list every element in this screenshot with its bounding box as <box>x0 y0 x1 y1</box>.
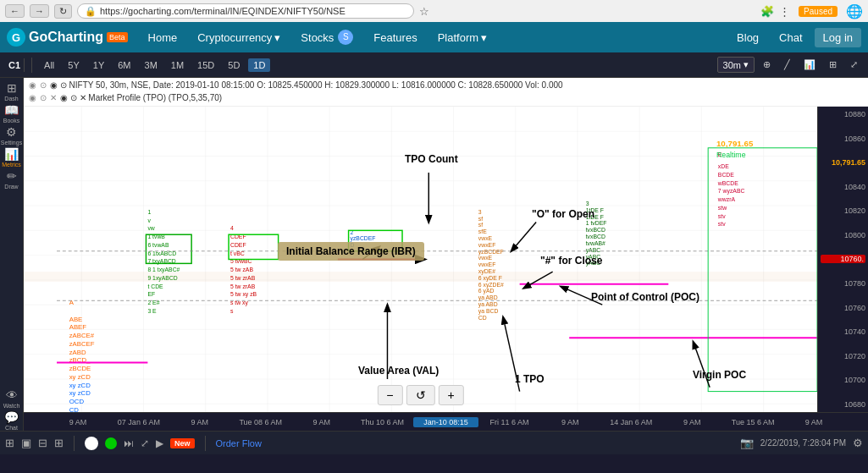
bookmark-icon[interactable]: ☆ <box>419 5 429 18</box>
svg-text:5 tw zAB: 5 tw zAB <box>230 267 253 272</box>
back-btn[interactable]: ← <box>5 4 25 18</box>
sidebar-item-chat[interactable]: 💬 Chat <box>2 410 22 431</box>
tf-5d[interactable]: 5D <box>223 58 245 72</box>
expand-btn[interactable]: ⤢ <box>141 437 149 449</box>
grid-icon-2[interactable]: ▣ <box>21 437 31 449</box>
time-9am-5: 9 AM <box>661 418 722 426</box>
time-9am-2: 9 AM <box>169 418 230 426</box>
indicator-btn[interactable]: ⊕ <box>758 58 776 72</box>
tf-15d[interactable]: 15D <box>192 58 219 72</box>
zoom-out-btn[interactable]: − <box>377 385 402 405</box>
svg-text:10,791.65: 10,791.65 <box>716 139 754 148</box>
svg-text:5 tw xy zB: 5 tw xy zB <box>230 291 257 298</box>
reload-btn[interactable]: ↻ <box>54 4 72 19</box>
tf-1y[interactable]: 1Y <box>88 58 109 72</box>
camera-icon[interactable]: 📷 <box>740 437 754 449</box>
nav-chat[interactable]: Chat <box>771 28 810 47</box>
grid-icon-1[interactable]: ⊞ <box>5 437 14 449</box>
price-axis: 10880 10860 10,791.65 10840 10820 10800 … <box>817 107 868 412</box>
settings-bottom-icon[interactable]: ⚙ <box>853 437 863 449</box>
svg-text:3 E: 3 E <box>147 308 157 314</box>
url-bar[interactable]: 🔒 https://gocharting.com/terminal/IN/EQI… <box>77 3 414 19</box>
chart-with-axis: A ABE ABEF zABCE# zABCEF zABD zBCD_ zBCD… <box>24 107 868 412</box>
svg-line-116 <box>511 223 536 251</box>
svg-text:CDEF: CDEF <box>230 242 246 248</box>
annotation-hash-close: "#" for Close <box>540 255 602 267</box>
logo-text: GoCharting <box>29 30 103 45</box>
svg-text:vw: vw <box>147 225 154 231</box>
grid-icon-4[interactable]: ⊞ <box>54 437 64 449</box>
settings-icon: ⚙ <box>6 125 17 139</box>
live-btn[interactable]: New <box>170 438 195 448</box>
datetime-label: 2/22/2019, 7:28:04 PM <box>760 438 846 448</box>
nav-login[interactable]: Log in <box>815 28 861 47</box>
c1-label: C1 <box>5 58 25 72</box>
nav-stocks[interactable]: Stocks S <box>292 26 362 48</box>
sidebar-item-dash[interactable]: ⊞ Dash <box>2 81 22 102</box>
interval-selector[interactable]: 30m▾ <box>717 57 755 73</box>
nav-cryptocurrency[interactable]: Cryptocurrency ▾ <box>189 28 289 47</box>
sidebar-item-settings[interactable]: ⚙ Settings <box>2 125 22 146</box>
zoom-in-btn[interactable]: + <box>439 385 464 405</box>
svg-text:BCDE: BCDE <box>718 172 734 178</box>
bottom-bar: ⊞ ▣ ⊟ ⊞ ⏭ ⤢ ▶ New Order Flow 📷 2/22/2019… <box>0 431 868 454</box>
svg-text:vwxE: vwxE <box>478 255 493 261</box>
price-10820: 10820 <box>821 206 865 215</box>
chart-canvas[interactable]: A ABE ABEF zABCE# zABCEF zABD zBCD_ zBCD… <box>24 107 817 412</box>
forward-btn[interactable]: → <box>30 4 49 18</box>
stocks-icon: S <box>338 30 353 45</box>
svg-text:s: s <box>230 308 234 314</box>
more-btn[interactable]: ⊞ <box>824 58 842 72</box>
grid-icon-3[interactable]: ⊟ <box>38 437 47 449</box>
annotation-o-open: "O" for Open <box>532 208 594 220</box>
extensions-icon[interactable]: 🧩 <box>760 5 774 18</box>
record-btn[interactable] <box>85 437 98 450</box>
close-icon-overlay[interactable]: ✕ <box>50 92 57 104</box>
tf-5y[interactable]: 5Y <box>63 58 84 72</box>
zoom-reset-btn[interactable]: ↺ <box>406 385 435 405</box>
chart-right: ◉ ⊙ ◉ ⊙ NIFTY 50, 30m, NSE, Date: 2019-0… <box>24 78 868 431</box>
menu-icon[interactable]: ⋮ <box>779 5 790 18</box>
play-indicator[interactable] <box>105 437 117 449</box>
price-10880: 10880 <box>821 110 865 118</box>
order-flow-btn[interactable]: Order Flow <box>216 438 262 448</box>
tf-1d[interactable]: 1D <box>248 58 270 72</box>
nav-features[interactable]: Features <box>365 28 425 47</box>
browser-bar: ← → ↻ 🔒 https://gocharting.com/terminal/… <box>0 0 868 22</box>
eye-icon-1[interactable]: ◉ <box>29 80 36 91</box>
tf-3m[interactable]: 3M <box>140 58 163 72</box>
nav-platform[interactable]: Platform ▾ <box>429 28 495 47</box>
tf-6m[interactable]: 6M <box>113 58 135 72</box>
chart-type-btn[interactable]: 📊 <box>799 58 821 72</box>
eye-icon-2[interactable]: ◉ <box>29 92 36 104</box>
price-10800: 10800 <box>821 231 865 239</box>
nav-home[interactable]: Home <box>140 28 186 47</box>
annotation-tpo-count: TPO Count <box>405 153 458 165</box>
settings-icon-1[interactable]: ⊙ <box>40 80 47 91</box>
overlay-info-text: ◉ ⊙ ✕ Market Profile (TPO) (TPO,5,35,70) <box>60 92 222 104</box>
price-10780: 10780 <box>821 279 865 288</box>
svg-text:xy zCD: xy zCD <box>69 373 91 381</box>
books-icon: 📖 <box>4 103 19 117</box>
sidebar-item-draw[interactable]: ✏ Draw <box>2 169 22 190</box>
logo-area: G GoCharting Beta <box>7 28 128 47</box>
sidebar-item-books[interactable]: 📖 Books <box>2 103 22 124</box>
draw-tool-btn[interactable]: ╱ <box>779 58 795 72</box>
fullscreen-btn[interactable]: ⤢ <box>845 58 863 72</box>
play-btn[interactable]: ▶ <box>156 437 163 449</box>
toolbar: C1 All 5Y 1Y 6M 3M 1M 15D 5D 1D 30m▾ ⊕ ╱… <box>0 52 868 78</box>
nav-blog[interactable]: Blog <box>728 28 767 47</box>
svg-text:xy zCD: xy zCD <box>69 389 91 397</box>
tf-all[interactable]: All <box>39 58 59 72</box>
svg-text:stv: stv <box>718 213 726 219</box>
sidebar-item-metrics[interactable]: 📊 Metrics <box>2 147 22 168</box>
interval-chevron: ▾ <box>744 59 749 70</box>
left-sidebar: ⊞ Dash 📖 Books ⚙ Settings 📊 Metrics ✏ Dr… <box>0 78 24 431</box>
settings-icon-2[interactable]: ⊙ <box>40 92 47 104</box>
skip-forward-btn[interactable]: ⏭ <box>124 437 134 449</box>
tf-1m[interactable]: 1M <box>166 58 189 72</box>
sidebar-item-watch[interactable]: 👁 Watch <box>2 388 22 409</box>
svg-text:xDE: xDE <box>718 163 729 169</box>
price-10680: 10680 <box>821 400 865 409</box>
svg-text:EF: EF <box>147 291 155 297</box>
